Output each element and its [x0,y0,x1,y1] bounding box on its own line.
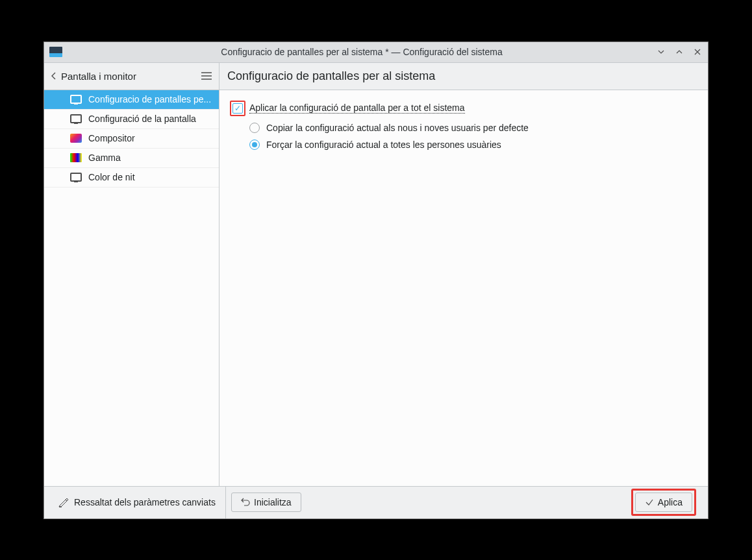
app-icon [49,47,62,57]
apply-highlight-frame: Aplica [631,489,696,516]
radio-button[interactable] [249,140,260,150]
radio-label: Forçar la configuració actual a totes le… [266,140,501,150]
sidebar-item-label: Compositor [88,133,135,143]
radio-copy-config[interactable]: Copiar la configuració actual als nous i… [249,123,697,133]
highlight-changed-label: Ressaltat dels paràmetres canviats [74,497,216,507]
chevron-left-icon [51,71,57,80]
monitor-icon [70,173,82,182]
apply-system-wide-checkbox[interactable]: ✓ [232,103,243,114]
highlight-icon [58,497,69,507]
sidebar: Pantalla i monitor Configuracio de panta… [44,63,219,486]
close-button[interactable] [692,47,703,57]
apply-label: Aplica [658,497,683,507]
radio-force-config[interactable]: Forçar la configuració actual a totes le… [249,140,697,150]
sidebar-item-gamma[interactable]: Gamma [44,149,219,168]
menu-button[interactable] [201,71,212,80]
sidebar-header: Pantalla i monitor [44,63,219,90]
hamburger-icon [201,71,212,80]
window-controls [656,47,703,57]
highlight-changed-button[interactable]: Ressaltat dels paràmetres canviats [58,497,216,507]
back-button[interactable]: Pantalla i monitor [51,71,136,82]
check-icon: ✓ [234,104,241,112]
settings-window: Configuracio de pantalles per al sistema… [44,42,708,519]
radio-group: Copiar la configuració actual als nous i… [249,123,697,150]
window-title: Configuracio de pantalles per al sistema… [68,47,656,57]
radio-button[interactable] [249,123,260,133]
maximize-button[interactable] [674,47,684,57]
sidebar-item-label: Configuracio de pantalles pe... [88,94,211,104]
monitor-icon [70,114,82,123]
radio-label: Copiar la configuració actual als nous i… [266,123,529,133]
sidebar-item-label: Gamma [88,152,121,163]
page-title: Configuracio de pantalles per al sistema [227,69,435,83]
compositor-icon [70,134,82,143]
check-icon [645,498,654,507]
monitor-icon [70,95,82,104]
sidebar-item-label: Color de nit [88,172,135,182]
apply-button[interactable]: Aplica [635,493,692,512]
reset-button[interactable]: Inicialitza [231,493,301,512]
checkbox-highlight-frame: ✓ [230,101,245,116]
chevron-up-icon [675,48,683,56]
sidebar-item-system-screen-config[interactable]: Configuracio de pantalles pe... [44,90,219,110]
back-label: Pantalla i monitor [61,71,136,82]
titlebar: Configuracio de pantalles per al sistema… [44,42,708,63]
undo-icon [241,498,250,507]
sidebar-footer: Ressaltat dels paràmetres canviats [51,487,226,518]
apply-system-wide-row: ✓ Aplicar la configuració de pantalla pe… [230,101,697,116]
main-footer: Inicialitza Aplica [226,487,701,518]
radio-dot-icon [252,142,257,147]
reset-label: Inicialitza [254,497,292,507]
sidebar-item-night-color[interactable]: Color de nit [44,168,219,188]
content-area: Pantalla i monitor Configuracio de panta… [44,63,708,486]
sidebar-item-display-config[interactable]: Configuració de la pantalla [44,110,219,129]
chevron-down-icon [657,48,665,56]
main-header: Configuracio de pantalles per al sistema [219,63,708,90]
minimize-button[interactable] [656,47,666,57]
main-body: ✓ Aplicar la configuració de pantalla pe… [219,90,708,486]
close-icon [694,48,701,56]
sidebar-item-label: Configuració de la pantalla [88,114,196,124]
sidebar-list: Configuracio de pantalles pe... Configur… [44,90,219,486]
main-area: Configuracio de pantalles per al sistema… [219,63,708,486]
apply-system-wide-label[interactable]: Aplicar la configuració de pantalla per … [249,103,465,114]
gamma-icon [70,153,82,162]
footer: Ressaltat dels paràmetres canviats Inici… [44,486,708,518]
sidebar-item-compositor[interactable]: Compositor [44,129,219,149]
